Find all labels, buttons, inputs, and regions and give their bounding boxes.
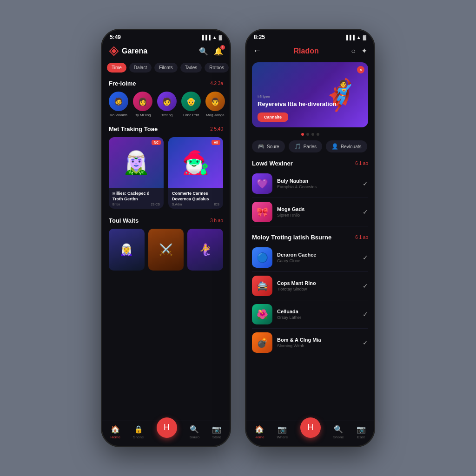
filter-tab-tades[interactable]: Tades bbox=[180, 63, 202, 73]
game-card-1-sub: Bribn 29.CS bbox=[112, 203, 160, 206]
list-item[interactable]: 🚔 Cops Mant Rino Tiorotay Sindow ✓ bbox=[252, 272, 368, 300]
bottom-nav-2: 🏠 Home 📷 Where H 🔍 Shone 📷 East bbox=[246, 421, 374, 446]
status-icons-1: ▐▐▐ ▲ ▓ bbox=[201, 35, 222, 40]
battery-icon-2: ▓ bbox=[363, 35, 366, 40]
home-icon-2: 🏠 bbox=[255, 425, 264, 434]
list-item[interactable]: 🌺 Celluada Orsay Lather ✓ bbox=[252, 300, 368, 329]
screen-content-2: 🦸 Irfi Iperr Reyereiva Itta he-diveratio… bbox=[246, 60, 374, 446]
nav-east-2[interactable]: 📷 East bbox=[357, 425, 366, 439]
game-card-1-count: 29.CS bbox=[151, 203, 160, 206]
nav-shone-1[interactable]: 🔒 Shone bbox=[133, 425, 144, 439]
notification-badge: 1 bbox=[220, 45, 225, 50]
game-card-1-badge: NC bbox=[152, 140, 161, 145]
list-item[interactable]: 👨 Mag Janga bbox=[205, 92, 225, 117]
nav-store-label-1: Store bbox=[212, 435, 221, 439]
east-icon: 📷 bbox=[357, 425, 366, 434]
nav-shone-2[interactable]: 🔍 Shone bbox=[333, 425, 344, 439]
dot-2[interactable] bbox=[306, 133, 309, 136]
lowd-section-title: Lowd Wexiner bbox=[252, 160, 293, 167]
game-card-1[interactable]: 🧝‍♀️ NC Hillies: Caclepec d Troth Gertbn… bbox=[109, 137, 164, 209]
game-name-cops: Cops Mant Rino bbox=[277, 280, 358, 286]
list-item[interactable]: 👴 Lonc Prnt bbox=[181, 92, 201, 117]
game-card-2[interactable]: 🧙‍♂️ All Conmerte Carmes Dovernca Qudalu… bbox=[168, 137, 223, 209]
list-item[interactable]: 💜 Buly Nauban Europhia & Geacstes ✓ bbox=[252, 170, 368, 198]
character-icon-1: 🧝‍♀️ bbox=[122, 150, 150, 176]
shone-icon-2: 🔍 bbox=[334, 425, 343, 434]
list-item[interactable]: 🧑 Trnting bbox=[157, 92, 177, 117]
dot-3[interactable] bbox=[311, 133, 314, 136]
status-bar-1: 5:49 ▐▐▐ ▲ ▓ bbox=[102, 30, 230, 42]
dot-4[interactable] bbox=[317, 133, 319, 136]
game-card-2-info: Conmerte Carmes Dovernca Qudalus S.Adm I… bbox=[168, 188, 223, 209]
game-name-moge: Moge Gads bbox=[277, 206, 358, 212]
header-icons-2: ○ ✦ bbox=[351, 46, 367, 55]
nav-souro-label-1: Souro bbox=[190, 435, 199, 439]
waitlist-card-2[interactable]: ⚔️ bbox=[148, 229, 184, 271]
revlouats-pill-label: Revlouats bbox=[341, 144, 361, 149]
game-thumb-buly: 💜 bbox=[252, 173, 272, 194]
section-met-traking: Met Traking Toae 2 5:40 bbox=[102, 121, 230, 135]
game-genre-celluada: Orsay Lather bbox=[277, 315, 358, 320]
list-item[interactable]: 🎀 Moge Gads Sipren Rnllo ✓ bbox=[252, 198, 368, 226]
filter-tab-dalact[interactable]: Dalact bbox=[129, 63, 152, 73]
lowd-section-meta: 6 1 ao bbox=[355, 161, 368, 166]
shone-icon: 🔒 bbox=[134, 425, 143, 434]
lowd-section-header: Lowd Wexiner 6 1 ao bbox=[252, 158, 368, 170]
signal-icon-2: ▐▐▐ bbox=[345, 35, 355, 40]
hero-banner: 🦸 Irfi Iperr Reyereiva Itta he-diveratio… bbox=[252, 62, 368, 127]
status-time-2: 8:25 bbox=[254, 34, 265, 40]
nav-home-1[interactable]: 🏠 Home bbox=[111, 425, 120, 439]
search-button[interactable]: 🔍 bbox=[199, 47, 208, 56]
list-item[interactable]: 🔵 Deraron Cachee Caary Clone ✓ bbox=[252, 244, 368, 272]
dot-1[interactable] bbox=[301, 133, 304, 136]
game-info-bom: Bom & A Clng Mia Slorning Withh bbox=[277, 337, 358, 348]
game-info-deraron: Deraron Cachee Caary Clone bbox=[277, 252, 358, 263]
list-item[interactable]: 👩 By MOing bbox=[133, 92, 152, 117]
status-icons-2: ▐▐▐ ▲ ▓ bbox=[345, 35, 366, 40]
notification-button[interactable]: 🔔 1 bbox=[214, 47, 223, 56]
list-item[interactable]: 🧔 Ro Waarth bbox=[109, 92, 128, 117]
search-icon-2[interactable]: ○ bbox=[351, 47, 356, 55]
screen-content-1: Fre-Ioime 4.2 3a 🧔 Ro Waarth 👩 By MOing … bbox=[102, 75, 230, 446]
hero-cta-button[interactable]: Cannaite bbox=[258, 112, 288, 122]
section-meta-3: 3 h ao bbox=[210, 218, 223, 223]
nav-home-2[interactable]: 🏠 Home bbox=[254, 425, 264, 439]
waitlist-card-3[interactable]: 🧜‍♀️ bbox=[187, 229, 223, 271]
where-icon: 📷 bbox=[278, 425, 287, 434]
nav-home-label-2: Home bbox=[254, 435, 264, 439]
section-title-2: Met Traking Toae bbox=[109, 126, 158, 132]
back-button[interactable]: ← bbox=[253, 46, 261, 56]
game-info-cops: Cops Mant Rino Tiorotay Sindow bbox=[277, 280, 358, 291]
nav-where-label: Where bbox=[277, 435, 288, 439]
nav-store-1[interactable]: 📷 Store bbox=[212, 425, 221, 439]
soure-pill-icon: 🎮 bbox=[258, 143, 264, 150]
nav-where-2[interactable]: 📷 Where bbox=[277, 425, 288, 439]
list-item[interactable]: 💣 Bom & A Clng Mia Slorning Withh ✓ bbox=[252, 329, 368, 390]
waitlist-card-2-image: ⚔️ bbox=[148, 229, 184, 271]
game-thumb-cops: 🚔 bbox=[252, 276, 272, 296]
hero-close-button[interactable]: ✕ bbox=[357, 66, 364, 73]
nav-fab-2[interactable]: H bbox=[300, 417, 321, 438]
avatar-row: 🧔 Ro Waarth 👩 By MOing 🧑 Trnting 👴 Lonc … bbox=[102, 90, 230, 121]
game-thumb-bom: 💣 bbox=[252, 332, 272, 353]
game-name-celluada: Celluada bbox=[277, 309, 358, 314]
check-celluada: ✓ bbox=[363, 311, 368, 318]
filter-tab-rotoos[interactable]: Rotoos bbox=[205, 63, 229, 73]
game-genre-buly: Europhia & Geacstes bbox=[277, 185, 358, 189]
waitlist-card-1[interactable]: 🧝‍♀️ bbox=[109, 229, 145, 271]
bookmark-icon[interactable]: ✦ bbox=[361, 46, 367, 55]
category-parles[interactable]: 🎵 Parles bbox=[289, 140, 322, 152]
game-card-2-title: Conmerte Carmes Dovernca Qudalus bbox=[172, 191, 219, 202]
section-toul-waits: Toul Waits 3 h ao bbox=[102, 212, 230, 227]
filter-tab-time[interactable]: Time bbox=[107, 63, 126, 73]
category-revlouats[interactable]: 👤 Revlouats bbox=[326, 140, 367, 152]
category-soure[interactable]: 🎮 Soure bbox=[252, 140, 285, 152]
carousel-dots bbox=[246, 130, 374, 139]
filter-tab-filonts[interactable]: Filonts bbox=[154, 63, 177, 73]
avatar-name: Mag Janga bbox=[206, 113, 225, 117]
game-card-2-image: 🧙‍♂️ All bbox=[168, 137, 223, 188]
game-card-2-badge: All bbox=[212, 140, 220, 145]
nav-fab-1[interactable]: H bbox=[157, 417, 177, 438]
nav-souro-1[interactable]: 🔍 Souro bbox=[190, 425, 199, 439]
avatar: 👨 bbox=[205, 92, 225, 111]
